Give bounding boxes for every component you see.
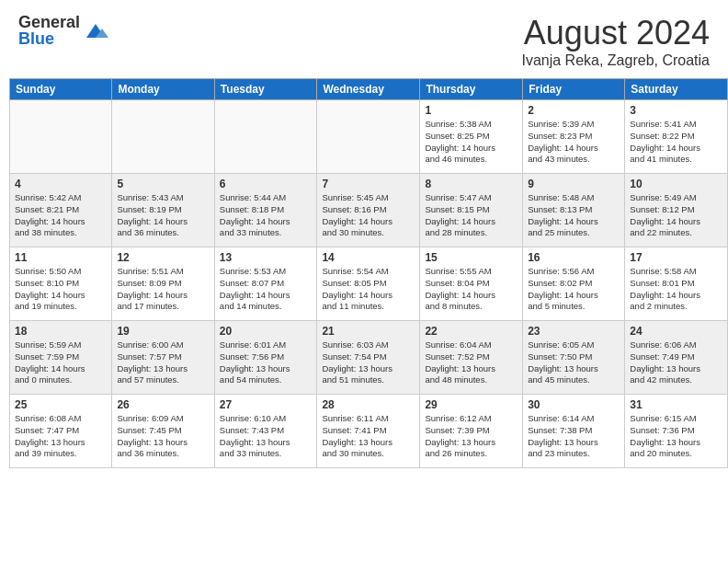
day-info: Sunrise: 5:53 AM Sunset: 8:07 PM Dayligh… bbox=[220, 266, 313, 313]
calendar-cell: 24Sunrise: 6:06 AM Sunset: 7:49 PM Dayli… bbox=[625, 321, 728, 395]
day-info: Sunrise: 5:54 AM Sunset: 8:05 PM Dayligh… bbox=[322, 266, 415, 313]
day-info: Sunrise: 6:06 AM Sunset: 7:49 PM Dayligh… bbox=[630, 339, 722, 386]
title-block: August 2024 Ivanja Reka, Zagreb, Croatia bbox=[521, 14, 710, 69]
calendar-subtitle: Ivanja Reka, Zagreb, Croatia bbox=[521, 52, 710, 69]
calendar-week-row-5: 25Sunrise: 6:08 AM Sunset: 7:47 PM Dayli… bbox=[10, 395, 728, 468]
calendar-cell: 14Sunrise: 5:54 AM Sunset: 8:05 PM Dayli… bbox=[317, 247, 420, 321]
day-number: 31 bbox=[630, 398, 722, 411]
col-sunday: Sunday bbox=[10, 79, 112, 100]
day-info: Sunrise: 6:01 AM Sunset: 7:56 PM Dayligh… bbox=[220, 339, 313, 386]
day-info: Sunrise: 5:55 AM Sunset: 8:04 PM Dayligh… bbox=[425, 266, 518, 313]
calendar-cell: 25Sunrise: 6:08 AM Sunset: 7:47 PM Dayli… bbox=[10, 395, 112, 468]
day-info: Sunrise: 5:47 AM Sunset: 8:15 PM Dayligh… bbox=[425, 192, 518, 239]
calendar-wrapper: Sunday Monday Tuesday Wednesday Thursday… bbox=[0, 78, 728, 473]
day-number: 19 bbox=[117, 325, 209, 338]
day-number: 20 bbox=[220, 325, 313, 338]
calendar-cell: 17Sunrise: 5:58 AM Sunset: 8:01 PM Dayli… bbox=[625, 247, 728, 321]
day-number: 17 bbox=[630, 251, 722, 264]
calendar-week-row-3: 11Sunrise: 5:50 AM Sunset: 8:10 PM Dayli… bbox=[10, 247, 728, 321]
day-number: 14 bbox=[322, 251, 415, 264]
day-number: 22 bbox=[425, 325, 518, 338]
calendar-cell: 12Sunrise: 5:51 AM Sunset: 8:09 PM Dayli… bbox=[112, 247, 214, 321]
calendar-cell: 6Sunrise: 5:44 AM Sunset: 8:18 PM Daylig… bbox=[214, 174, 317, 247]
calendar-cell: 23Sunrise: 6:05 AM Sunset: 7:50 PM Dayli… bbox=[523, 321, 625, 395]
col-wednesday: Wednesday bbox=[317, 79, 420, 100]
day-number: 26 bbox=[117, 398, 209, 411]
day-info: Sunrise: 5:56 AM Sunset: 8:02 PM Dayligh… bbox=[528, 266, 620, 313]
calendar-cell: 28Sunrise: 6:11 AM Sunset: 7:41 PM Dayli… bbox=[317, 395, 420, 468]
day-info: Sunrise: 6:14 AM Sunset: 7:38 PM Dayligh… bbox=[528, 413, 620, 460]
calendar-header-row: Sunday Monday Tuesday Wednesday Thursday… bbox=[10, 79, 728, 100]
calendar-cell bbox=[317, 100, 420, 174]
day-info: Sunrise: 5:43 AM Sunset: 8:19 PM Dayligh… bbox=[117, 192, 209, 239]
day-info: Sunrise: 5:58 AM Sunset: 8:01 PM Dayligh… bbox=[630, 266, 722, 313]
calendar-cell: 22Sunrise: 6:04 AM Sunset: 7:52 PM Dayli… bbox=[420, 321, 523, 395]
day-number: 11 bbox=[15, 251, 107, 264]
day-info: Sunrise: 5:41 AM Sunset: 8:22 PM Dayligh… bbox=[630, 119, 722, 166]
col-saturday: Saturday bbox=[625, 79, 728, 100]
day-number: 3 bbox=[630, 104, 722, 117]
day-number: 2 bbox=[528, 104, 620, 117]
calendar-cell: 29Sunrise: 6:12 AM Sunset: 7:39 PM Dayli… bbox=[420, 395, 523, 468]
day-number: 24 bbox=[630, 325, 722, 338]
day-info: Sunrise: 6:09 AM Sunset: 7:45 PM Dayligh… bbox=[117, 413, 209, 460]
calendar-cell: 8Sunrise: 5:47 AM Sunset: 8:15 PM Daylig… bbox=[420, 174, 523, 247]
day-number: 12 bbox=[117, 251, 209, 264]
calendar-cell: 31Sunrise: 6:15 AM Sunset: 7:36 PM Dayli… bbox=[625, 395, 728, 468]
calendar-cell: 7Sunrise: 5:45 AM Sunset: 8:16 PM Daylig… bbox=[317, 174, 420, 247]
day-info: Sunrise: 5:51 AM Sunset: 8:09 PM Dayligh… bbox=[117, 266, 209, 313]
day-info: Sunrise: 5:50 AM Sunset: 8:10 PM Dayligh… bbox=[15, 266, 107, 313]
day-info: Sunrise: 6:08 AM Sunset: 7:47 PM Dayligh… bbox=[15, 413, 107, 460]
day-number: 28 bbox=[322, 398, 415, 411]
day-number: 7 bbox=[322, 178, 415, 190]
calendar-cell: 21Sunrise: 6:03 AM Sunset: 7:54 PM Dayli… bbox=[317, 321, 420, 395]
day-info: Sunrise: 5:44 AM Sunset: 8:18 PM Dayligh… bbox=[220, 192, 313, 239]
calendar-cell: 2Sunrise: 5:39 AM Sunset: 8:23 PM Daylig… bbox=[523, 100, 625, 174]
day-number: 4 bbox=[15, 178, 107, 190]
day-info: Sunrise: 6:03 AM Sunset: 7:54 PM Dayligh… bbox=[322, 339, 415, 386]
day-number: 5 bbox=[117, 178, 209, 190]
calendar-cell: 16Sunrise: 5:56 AM Sunset: 8:02 PM Dayli… bbox=[523, 247, 625, 321]
day-info: Sunrise: 5:42 AM Sunset: 8:21 PM Dayligh… bbox=[15, 192, 107, 239]
day-number: 25 bbox=[15, 398, 107, 411]
day-info: Sunrise: 5:45 AM Sunset: 8:16 PM Dayligh… bbox=[322, 192, 415, 239]
day-info: Sunrise: 5:48 AM Sunset: 8:13 PM Dayligh… bbox=[528, 192, 620, 239]
logo-general: General bbox=[18, 14, 80, 30]
calendar-cell bbox=[214, 100, 317, 174]
logo-icon bbox=[82, 19, 109, 42]
calendar-cell: 11Sunrise: 5:50 AM Sunset: 8:10 PM Dayli… bbox=[10, 247, 112, 321]
day-info: Sunrise: 6:12 AM Sunset: 7:39 PM Dayligh… bbox=[425, 413, 518, 460]
day-info: Sunrise: 5:38 AM Sunset: 8:25 PM Dayligh… bbox=[425, 119, 518, 166]
logo-blue: Blue bbox=[18, 30, 80, 47]
day-number: 16 bbox=[528, 251, 620, 264]
day-number: 9 bbox=[528, 178, 620, 190]
calendar-cell: 18Sunrise: 5:59 AM Sunset: 7:59 PM Dayli… bbox=[10, 321, 112, 395]
day-info: Sunrise: 5:39 AM Sunset: 8:23 PM Dayligh… bbox=[528, 119, 620, 166]
day-info: Sunrise: 6:00 AM Sunset: 7:57 PM Dayligh… bbox=[117, 339, 209, 386]
day-number: 13 bbox=[220, 251, 313, 264]
calendar-cell: 5Sunrise: 5:43 AM Sunset: 8:19 PM Daylig… bbox=[112, 174, 214, 247]
page-header: General Blue August 2024 Ivanja Reka, Za… bbox=[0, 0, 728, 78]
day-number: 27 bbox=[220, 398, 313, 411]
calendar-cell: 30Sunrise: 6:14 AM Sunset: 7:38 PM Dayli… bbox=[523, 395, 625, 468]
calendar-cell: 26Sunrise: 6:09 AM Sunset: 7:45 PM Dayli… bbox=[112, 395, 214, 468]
col-tuesday: Tuesday bbox=[214, 79, 317, 100]
calendar-cell bbox=[10, 100, 112, 174]
calendar-cell: 20Sunrise: 6:01 AM Sunset: 7:56 PM Dayli… bbox=[214, 321, 317, 395]
calendar-week-row-2: 4Sunrise: 5:42 AM Sunset: 8:21 PM Daylig… bbox=[10, 174, 728, 247]
col-thursday: Thursday bbox=[420, 79, 523, 100]
day-number: 18 bbox=[15, 325, 107, 338]
day-info: Sunrise: 6:15 AM Sunset: 7:36 PM Dayligh… bbox=[630, 413, 722, 460]
calendar-cell: 19Sunrise: 6:00 AM Sunset: 7:57 PM Dayli… bbox=[112, 321, 214, 395]
day-info: Sunrise: 6:05 AM Sunset: 7:50 PM Dayligh… bbox=[528, 339, 620, 386]
day-number: 8 bbox=[425, 178, 518, 190]
calendar-cell: 4Sunrise: 5:42 AM Sunset: 8:21 PM Daylig… bbox=[10, 174, 112, 247]
calendar-cell bbox=[112, 100, 214, 174]
calendar-week-row-4: 18Sunrise: 5:59 AM Sunset: 7:59 PM Dayli… bbox=[10, 321, 728, 395]
calendar-cell: 27Sunrise: 6:10 AM Sunset: 7:43 PM Dayli… bbox=[214, 395, 317, 468]
day-number: 6 bbox=[220, 178, 313, 190]
calendar-title: August 2024 bbox=[521, 14, 710, 52]
day-number: 10 bbox=[630, 178, 722, 190]
calendar-week-row-1: 1Sunrise: 5:38 AM Sunset: 8:25 PM Daylig… bbox=[10, 100, 728, 174]
calendar-cell: 15Sunrise: 5:55 AM Sunset: 8:04 PM Dayli… bbox=[420, 247, 523, 321]
